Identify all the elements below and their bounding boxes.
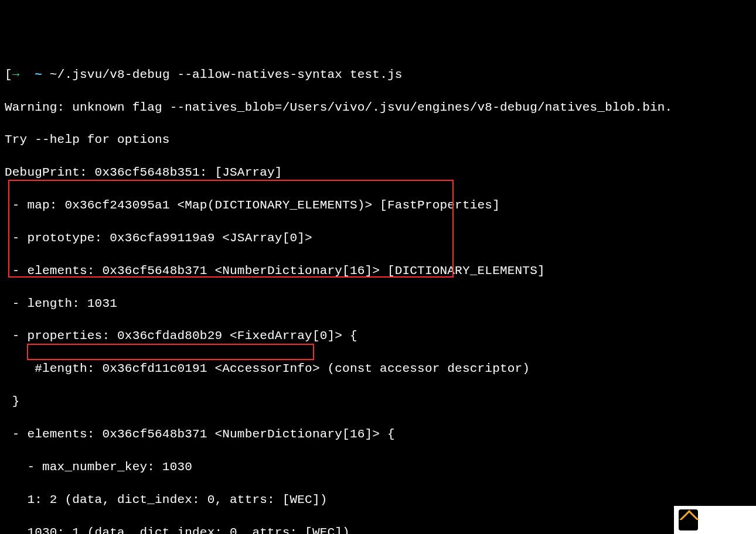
- output-line: - properties: 0x36cfdad80b29 <FixedArray…: [5, 328, 751, 344]
- watermark-logo-icon: [679, 509, 698, 530]
- output-line: - max_number_key: 1030: [5, 459, 751, 475]
- output-line: DebugPrint: 0x36cf5648b351: [JSArray]: [5, 165, 751, 181]
- output-line: #length: 0x36cfd11c0191 <AccessorInfo> (…: [5, 361, 751, 377]
- command-text: ~/.jsvu/v8-debug --allow-natives-syntax …: [50, 68, 403, 81]
- output-line: Try --help for options: [5, 132, 751, 148]
- watermark-text: 创新互联 CHUANG XIN HU LIAN: [701, 462, 751, 534]
- output-line: - length: 1031: [5, 296, 751, 312]
- output-line: - elements: 0x36cf5648b371 <NumberDictio…: [5, 426, 751, 443]
- output-line: 1030: 1 (data, dict_index: 0, attrs: [WE…: [5, 525, 751, 535]
- output-line: - elements: 0x36cf5648b371 <NumberDictio…: [5, 263, 751, 279]
- prompt-open-bracket: [: [5, 68, 12, 81]
- output-line: - map: 0x36cf243095a1 <Map(DICTIONARY_EL…: [5, 197, 751, 214]
- prompt-cwd: ~: [35, 68, 42, 81]
- prompt-arrow-icon: →: [12, 68, 20, 81]
- prompt-line[interactable]: [→ ~ ~/.jsvu/v8-debug --allow-natives-sy…: [5, 67, 751, 83]
- output-line: }: [5, 393, 751, 410]
- output-line: Warning: unknown flag --natives_blob=/Us…: [5, 100, 751, 116]
- watermark-text-top: 创新互联: [701, 494, 751, 503]
- highlight-box-elements-kind: [27, 344, 314, 360]
- output-line: - prototype: 0x36cfa99119a9 <JSArray[0]>: [5, 230, 751, 247]
- watermark: 创新互联 CHUANG XIN HU LIAN: [674, 506, 756, 534]
- output-line: 1: 2 (data, dict_index: 0, attrs: [WEC]): [5, 492, 751, 508]
